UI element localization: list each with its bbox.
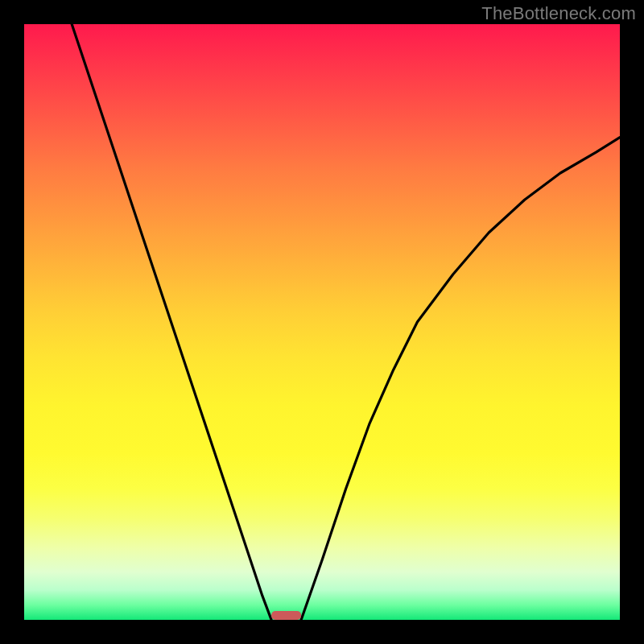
left-curve — [72, 24, 271, 620]
chart-svg — [24, 24, 620, 620]
minimum-marker — [271, 611, 301, 620]
right-curve — [301, 138, 620, 620]
plot-area — [24, 24, 620, 620]
watermark-text: TheBottleneck.com — [481, 3, 636, 24]
chart-frame: TheBottleneck.com — [0, 0, 644, 644]
